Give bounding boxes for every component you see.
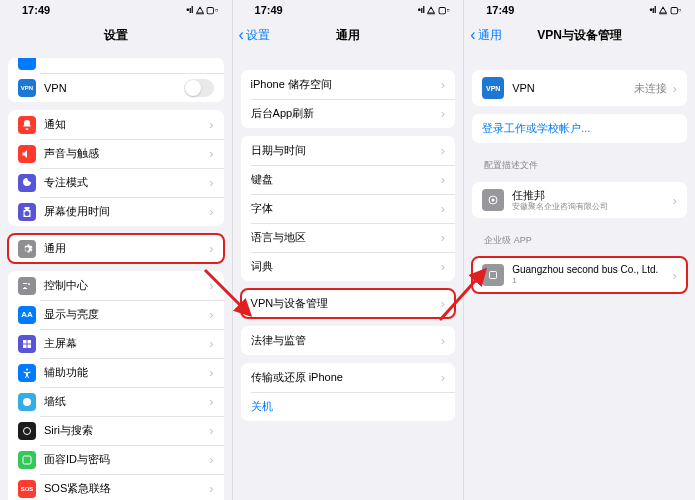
row-transfer[interactable]: 传输或还原 iPhone › (241, 363, 456, 392)
chevron-right-icon: › (209, 308, 213, 321)
chevron-right-icon: › (441, 260, 445, 273)
row-vpn[interactable]: VPN VPN 未连接 › (472, 70, 687, 106)
row-profile[interactable]: 任推邦 安徽聚名企业咨询有限公司 › (472, 182, 687, 218)
svg-rect-1 (28, 340, 32, 344)
wallpaper-icon (18, 393, 36, 411)
row-signin[interactable]: 登录工作或学校帐户... (472, 114, 687, 143)
wifi-icon: ⧋ (427, 5, 435, 16)
content-area[interactable]: VPN VPN 未连接 › 登录工作或学校帐户... 配置描述文件 任推邦 安徽… (464, 50, 695, 500)
nav-title: 通用 (336, 27, 360, 44)
control-center-icon (18, 277, 36, 295)
faceid-icon (18, 451, 36, 469)
sounds-icon (18, 145, 36, 163)
row-legal[interactable]: 法律与监管 › (241, 326, 456, 355)
vpn-icon: VPN (482, 77, 504, 99)
chevron-right-icon: › (209, 395, 213, 408)
svg-point-6 (24, 427, 31, 434)
row-label: 声音与触感 (44, 146, 204, 161)
chevron-right-icon: › (209, 205, 213, 218)
row-keyboard[interactable]: 键盘 › (241, 165, 456, 194)
chevron-right-icon: › (441, 231, 445, 244)
back-button[interactable]: ‹ 通用 (470, 27, 501, 44)
content-area[interactable]: VPN VPN 通知 › 声音与触感 › 专注模式 › (0, 50, 232, 500)
row-display[interactable]: AA 显示与亮度 › (8, 300, 224, 329)
vpn-toggle[interactable] (184, 79, 214, 97)
profile-icon (482, 189, 504, 211)
row-general[interactable]: 通用 › (8, 234, 224, 263)
status-bar: 17:49 •ıl ⧋ ▢▫ (0, 0, 232, 20)
status-bar: 17:49 •ıl ⧋ ▢▫ (233, 0, 464, 20)
profile-name: 任推邦 (512, 188, 608, 202)
row-sounds[interactable]: 声音与触感 › (8, 139, 224, 168)
row-label: 关机 (251, 399, 446, 414)
nav-title: VPN与设备管理 (537, 27, 622, 44)
home-screen-icon (18, 335, 36, 353)
row-label: 面容ID与密码 (44, 452, 204, 467)
chevron-right-icon: › (209, 147, 213, 160)
wifi-icon: ⧋ (196, 5, 204, 16)
notifications-icon (18, 116, 36, 134)
siri-icon (18, 422, 36, 440)
row-vpn-device-mgmt[interactable]: VPN与设备管理 › (241, 289, 456, 318)
row-control-center[interactable]: 控制中心 › (8, 271, 224, 300)
chevron-right-icon: › (209, 482, 213, 495)
chevron-right-icon: › (209, 176, 213, 189)
row-storage[interactable]: iPhone 储存空间 › (241, 70, 456, 99)
signal-icon: •ıl (186, 5, 193, 15)
svg-rect-0 (23, 340, 27, 344)
row-background-refresh[interactable]: 后台App刷新 › (241, 99, 456, 128)
row-label: 通知 (44, 117, 204, 132)
group-rest: 控制中心 › AA 显示与亮度 › 主屏幕 › 辅助功能 › 墙纸 › (8, 271, 224, 500)
svg-rect-7 (23, 456, 31, 464)
group-datetime: 日期与时间 › 键盘 › 字体 › 语言与地区 › 词典 › (241, 136, 456, 281)
row-sos[interactable]: SOS SOS紧急联络 › (8, 474, 224, 500)
row-wallpaper[interactable]: 墙纸 › (8, 387, 224, 416)
row-screentime[interactable]: 屏幕使用时间 › (8, 197, 224, 226)
row-fonts[interactable]: 字体 › (241, 194, 456, 223)
status-bar: 17:49 •ıl ⧋ ▢▫ (464, 0, 695, 20)
row-faceid[interactable]: 面容ID与密码 › (8, 445, 224, 474)
group-enterprise-app-highlight: Guangzhou second bus Co., Ltd. 1 › (472, 257, 687, 293)
row-notifications[interactable]: 通知 › (8, 110, 224, 139)
accessibility-icon (18, 364, 36, 382)
row-home-screen[interactable]: 主屏幕 › (8, 329, 224, 358)
row-shutdown[interactable]: 关机 (241, 392, 456, 421)
row-label: 字体 (251, 201, 436, 216)
section-profile-header: 配置描述文件 (472, 151, 687, 174)
row-enterprise-app[interactable]: Guangzhou second bus Co., Ltd. 1 › (472, 257, 687, 293)
row-label: 主屏幕 (44, 336, 204, 351)
row-datetime[interactable]: 日期与时间 › (241, 136, 456, 165)
group-notifications: 通知 › 声音与触感 › 专注模式 › 屏幕使用时间 › (8, 110, 224, 226)
status-indicators: •ıl ⧋ ▢▫ (418, 5, 449, 16)
row-label: iPhone 储存空间 (251, 77, 436, 92)
row-dictionary[interactable]: 词典 › (241, 252, 456, 281)
row-focus[interactable]: 专注模式 › (8, 168, 224, 197)
svg-rect-3 (28, 344, 32, 348)
row-label: 墙纸 (44, 394, 204, 409)
row-vpn-toggle[interactable]: VPN VPN (8, 73, 224, 102)
enterprise-app-icon (482, 264, 504, 286)
back-label: 通用 (478, 27, 502, 44)
group-vpn-highlight: VPN与设备管理 › (241, 289, 456, 318)
back-button[interactable]: ‹ 设置 (239, 27, 270, 44)
battery-icon: ▢▫ (206, 5, 217, 15)
svg-rect-10 (490, 272, 497, 279)
battery-icon: ▢▫ (670, 5, 681, 15)
screen-general: 17:49 •ıl ⧋ ▢▫ ‹ 设置 通用 iPhone 储存空间 › 后台A… (232, 0, 464, 500)
row-language[interactable]: 语言与地区 › (241, 223, 456, 252)
app-name: Guangzhou second bus Co., Ltd. (512, 263, 658, 276)
svg-rect-2 (23, 344, 27, 348)
profile-text: 任推邦 安徽聚名企业咨询有限公司 (512, 188, 608, 213)
row-siri[interactable]: Siri与搜索 › (8, 416, 224, 445)
content-area[interactable]: iPhone 储存空间 › 后台App刷新 › 日期与时间 › 键盘 › 字体 … (233, 50, 464, 500)
focus-icon (18, 174, 36, 192)
signal-icon: •ıl (649, 5, 656, 15)
gear-icon (18, 240, 36, 258)
chevron-right-icon: › (441, 173, 445, 186)
row-cut[interactable] (8, 58, 224, 73)
group-signin: 登录工作或学校帐户... (472, 114, 687, 143)
display-icon: AA (18, 306, 36, 324)
group-network: VPN VPN (8, 58, 224, 102)
row-label: 词典 (251, 259, 436, 274)
row-accessibility[interactable]: 辅助功能 › (8, 358, 224, 387)
